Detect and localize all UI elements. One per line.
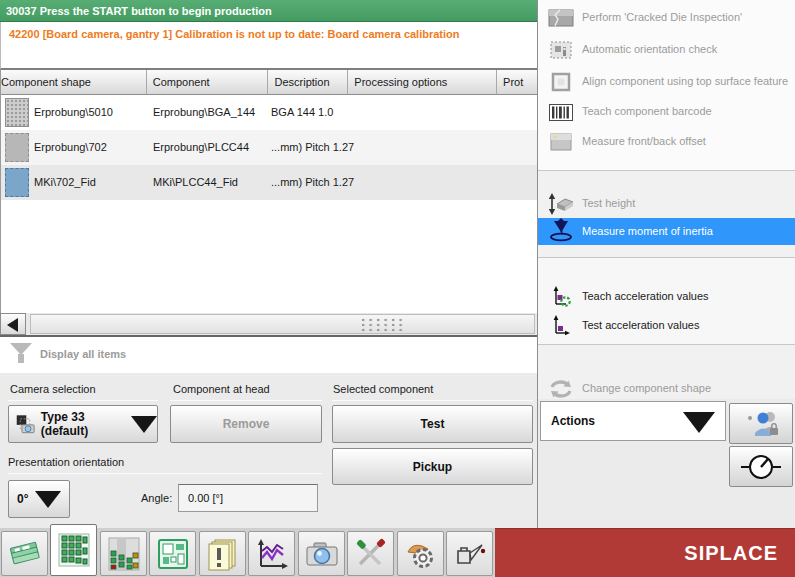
cell-component-shape: Erprobung\5010: [34, 106, 113, 118]
column-header-component[interactable]: Component: [147, 70, 269, 95]
dropdown-arrow-icon: [131, 416, 157, 433]
toolbar-button-camera[interactable]: [298, 531, 345, 576]
calibration-warning: 42200 [Board camera, gantry 1] Calibrati…: [9, 28, 460, 40]
plcc-shape-icon: [5, 133, 29, 162]
table-header: Component shape Component Description Pr…: [1, 70, 537, 95]
scroll-left-button[interactable]: [0, 313, 26, 335]
test-height-icon: [546, 192, 576, 216]
teach-acceleration-icon: [546, 285, 576, 309]
action-menu-panel: Perform 'Cracked Die Inspection' Automat…: [537, 0, 795, 528]
pickup-button[interactable]: Pickup: [332, 448, 533, 485]
toolbar-button-adjust-tools[interactable]: [347, 531, 394, 576]
test-acceleration-icon: [546, 314, 576, 338]
selected-component-label: Selected component: [333, 383, 433, 395]
presentation-orientation-label: Presentation orientation: [8, 456, 124, 468]
toolbar-button-component-overview[interactable]: [50, 524, 97, 576]
camera-selection-label: Camera selection: [10, 383, 96, 395]
component-table: Component shape Component Description Pr…: [0, 70, 537, 313]
test-button[interactable]: Test: [332, 405, 533, 443]
menu-item-teach-acceleration-values[interactable]: Teach acceleration values: [538, 285, 795, 309]
toolbar-button-performance-graph[interactable]: [248, 531, 295, 576]
bga-shape-icon: [5, 98, 29, 127]
bottom-toolbar: SIPLACE: [0, 528, 795, 577]
cell-description: BGA 144 1.0: [271, 106, 333, 118]
graph-icon: [255, 538, 289, 570]
angle-label: Angle:: [141, 492, 172, 504]
menu-item-test-height[interactable]: Test height: [538, 192, 795, 216]
left-arrow-icon: [7, 318, 18, 332]
remove-button[interactable]: Remove: [170, 405, 322, 443]
menu-item-measure-moment-of-inertia[interactable]: Measure moment of inertia: [538, 218, 795, 245]
front-back-offset-icon: [546, 130, 576, 154]
column-header-processing-options[interactable]: Processing options: [348, 70, 497, 95]
siplace-logo: SIPLACE: [684, 542, 778, 565]
cell-component-shape: Erprobung\702: [34, 141, 107, 153]
component-at-head-label: Component at head: [173, 383, 270, 395]
toolbar-button-lubrication[interactable]: [446, 531, 493, 576]
dropdown-arrow-icon: [683, 412, 715, 433]
menu-item-align-top-surface[interactable]: Align component using top surface featur…: [538, 70, 795, 94]
message-list: 42200 [Board camera, gantry 1] Calibrati…: [0, 22, 537, 70]
cell-component-shape: MKi\702_Fid: [34, 176, 96, 188]
orientation-dropdown[interactable]: 0°: [8, 480, 70, 518]
filter-label: Display all items: [40, 348, 126, 360]
funnel-icon: [10, 343, 32, 363]
siplace-station-window: 30037 Press the START button to begin pr…: [0, 0, 795, 577]
board-stack-icon: [8, 538, 42, 570]
horizontal-scrollbar[interactable]: [0, 313, 537, 337]
user-access-button[interactable]: [729, 403, 793, 444]
status-bar: 30037 Press the START button to begin pr…: [0, 0, 537, 22]
error-pages-icon: [206, 537, 240, 571]
table-row[interactable]: Erprobung\702 Erprobung\PLCC44 ...mm) Pi…: [1, 130, 537, 165]
cell-component: MKi\PLCC44_Fid: [153, 176, 238, 188]
status-message: 30037 Press the START button to begin pr…: [6, 5, 272, 17]
component-grid-icon: [58, 532, 90, 568]
scrollbar-thumb[interactable]: [30, 314, 535, 334]
column-header-component-shape[interactable]: Component shape: [1, 70, 147, 95]
align-square-icon: [546, 70, 576, 94]
status-bars-icon: [108, 537, 140, 571]
cell-description: ...mm) Pitch 1.27: [271, 176, 354, 188]
cracked-die-icon: [546, 6, 576, 30]
table-row[interactable]: Erprobung\5010 Erprobung\BGA_144 BGA 144…: [1, 95, 537, 130]
board-camera-icon: [15, 412, 36, 436]
menu-item-teach-component-barcode[interactable]: Teach component barcode: [538, 100, 795, 124]
filter-row[interactable]: Display all items: [0, 337, 537, 373]
people-lock-icon: [742, 409, 780, 439]
camera-type-dropdown[interactable]: Type 33 (default): [8, 405, 158, 443]
brand-bar: SIPLACE: [495, 528, 795, 577]
menu-item-automatic-orientation-check[interactable]: Automatic orientation check: [538, 38, 795, 62]
dropdown-arrow-icon: [35, 491, 61, 508]
actions-label: Actions: [551, 414, 595, 428]
toolbar-button-board-view[interactable]: [149, 531, 196, 576]
toolbar-button-component-status[interactable]: [100, 531, 147, 576]
pcb-layout-icon: [157, 538, 189, 570]
camera-type-value: Type 33 (default): [41, 410, 123, 438]
menu-item-change-component-shape[interactable]: Change component shape: [538, 377, 795, 401]
angle-input[interactable]: [178, 484, 318, 512]
table-row[interactable]: MKi\702_Fid MKi\PLCC44_Fid ...mm) Pitch …: [1, 165, 537, 200]
gauge-icon: [739, 453, 783, 481]
menu-item-cracked-die-inspection[interactable]: Perform 'Cracked Die Inspection': [538, 6, 795, 30]
menu-item-test-acceleration-values[interactable]: Test acceleration values: [538, 314, 795, 338]
camera-icon: [305, 539, 339, 569]
moment-of-inertia-icon: [546, 218, 576, 242]
control-panel: Camera selection Component at head Selec…: [0, 373, 537, 528]
toolbar-button-error-log[interactable]: [199, 531, 246, 576]
orientation-check-icon: [546, 38, 576, 62]
oil-can-icon: [452, 539, 488, 569]
toolbar-button-board-stack[interactable]: [1, 531, 48, 576]
menu-item-measure-front-back-offset[interactable]: Measure front/back offset: [538, 130, 795, 154]
hand-gear-icon: [404, 538, 438, 570]
grip-dots-icon: [361, 318, 407, 333]
cell-component: Erprobung\PLCC44: [153, 141, 249, 153]
orientation-value: 0°: [17, 492, 28, 506]
cell-description: ...mm) Pitch 1.27: [271, 141, 354, 153]
toolbar-button-maintenance[interactable]: [397, 531, 444, 576]
diagnostics-button[interactable]: [729, 446, 793, 487]
barcode-icon: [546, 100, 576, 124]
tools-icon: [354, 538, 388, 570]
column-header-prot[interactable]: Prot: [497, 70, 537, 95]
actions-dropdown[interactable]: Actions: [540, 401, 726, 441]
column-header-description[interactable]: Description: [268, 70, 348, 95]
